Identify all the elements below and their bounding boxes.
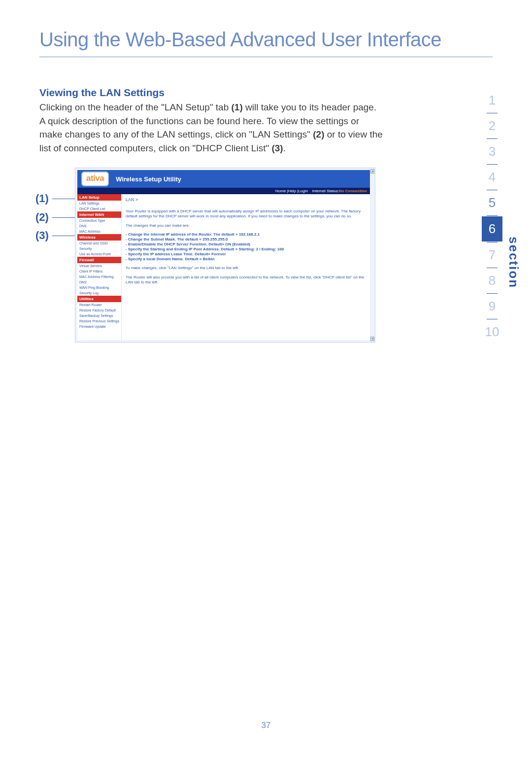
sidebar-item[interactable]: MAC Address Filtering bbox=[77, 274, 121, 279]
sidebar-item[interactable]: WAN Ping Blocking bbox=[77, 285, 121, 290]
body-seg-5: (3) bbox=[271, 143, 283, 153]
sidebar-item[interactable]: Restart Router bbox=[77, 302, 121, 308]
router-ui-frame: ▴ ▾ ativa Wireless Setup Utility Home |H… bbox=[75, 168, 375, 343]
sidebar-item[interactable]: Virtual Servers bbox=[77, 263, 121, 269]
section-nav-item[interactable]: 7 bbox=[482, 242, 502, 268]
section-nav-separator bbox=[487, 215, 498, 216]
sidebar-header[interactable]: Internet WAN bbox=[77, 211, 121, 218]
sidebar-header[interactable]: Utilities bbox=[77, 296, 121, 302]
section-nav-item[interactable]: 3 bbox=[482, 139, 502, 164]
section-nav-item[interactable]: 8 bbox=[482, 268, 502, 293]
status-value: No Connection bbox=[339, 189, 367, 193]
content-area: Viewing the LAN Settings Clicking on the… bbox=[0, 57, 532, 155]
router-utility-title: Wireless Setup Utility bbox=[116, 175, 181, 183]
settings-bullet: - Enable/Disable the DHCP Server Functio… bbox=[126, 242, 366, 247]
router-sidebar: LAN SetupLAN SettingsDHCP Client ListInt… bbox=[77, 194, 122, 340]
scroll-down-icon[interactable]: ▾ bbox=[370, 337, 374, 341]
sidebar-item[interactable]: Security Log bbox=[77, 290, 121, 296]
settings-bullet: - Specify a local Domain Name. Default =… bbox=[126, 257, 366, 262]
section-nav-item[interactable]: 4 bbox=[482, 165, 502, 190]
router-header: ativa Wireless Setup Utility bbox=[77, 170, 370, 188]
body-seg-6: . bbox=[283, 143, 286, 153]
sidebar-item[interactable]: Client IP Filters bbox=[77, 269, 121, 274]
settings-bullet: - Specify the Starting and Ending IP Poo… bbox=[126, 247, 366, 252]
sidebar-item[interactable]: Channel and SSID bbox=[77, 241, 121, 246]
main-p4: The Router will also provide you with a … bbox=[126, 275, 366, 285]
router-logo: ativa bbox=[81, 172, 109, 186]
section-nav-item[interactable]: 9 bbox=[482, 294, 502, 319]
body-seg-1: (1) bbox=[232, 102, 243, 112]
section-nav-item[interactable]: 2 bbox=[482, 113, 502, 138]
sidebar-header[interactable]: LAN Setup bbox=[77, 194, 121, 201]
settings-bullet: - Change the Internal IP address of the … bbox=[126, 232, 366, 237]
router-status-bar: Home |Help |Login Internet Status:No Con… bbox=[77, 188, 370, 194]
body-seg-3: (2) bbox=[313, 129, 324, 139]
settings-bullet: - Specify the IP address Lease Time. Def… bbox=[126, 252, 366, 257]
main-p1: Your Router is equipped with a DHCP serv… bbox=[126, 209, 366, 219]
sidebar-item[interactable]: MAC Address bbox=[77, 229, 121, 234]
settings-bullet: - Change the Subnet Mask. The default = … bbox=[126, 237, 366, 242]
main-p3: To make changes, click "LAN Settings" on… bbox=[126, 266, 366, 271]
main-p2: The changes that you can make are: bbox=[126, 223, 366, 228]
section-nav-item[interactable]: 1 bbox=[482, 88, 502, 113]
sidebar-item[interactable]: Restore Previous Settings bbox=[77, 318, 121, 324]
sidebar-item[interactable]: LAN Settings bbox=[77, 201, 121, 206]
sidebar-item[interactable]: Firmware Update bbox=[77, 324, 121, 329]
section-nav-item[interactable]: 5 bbox=[482, 190, 502, 215]
sidebar-item[interactable]: Save/Backup Settings bbox=[77, 313, 121, 318]
section-heading: Viewing the LAN Settings bbox=[39, 87, 493, 99]
section-label: section bbox=[506, 237, 521, 288]
sidebar-item[interactable]: DNS bbox=[77, 223, 121, 229]
status-links[interactable]: Home |Help |Login bbox=[275, 189, 308, 193]
status-label: Internet Status: bbox=[312, 189, 339, 193]
settings-bullets: - Change the Internal IP address of the … bbox=[126, 232, 366, 262]
section-nav-item[interactable]: 10 bbox=[482, 319, 502, 345]
router-inner: ativa Wireless Setup Utility Home |Help … bbox=[77, 170, 370, 340]
section-nav: 12345678910 bbox=[482, 88, 502, 345]
router-body: LAN SetupLAN SettingsDHCP Client ListInt… bbox=[77, 194, 370, 340]
scroll-up-icon[interactable]: ▴ bbox=[370, 169, 374, 173]
sidebar-item[interactable]: DMZ bbox=[77, 279, 121, 285]
sidebar-header[interactable]: Wireless bbox=[77, 234, 121, 241]
breadcrumb[interactable]: LAN > bbox=[126, 197, 366, 202]
page-title: Using the Web-Based Advanced User Interf… bbox=[0, 0, 532, 57]
sidebar-item[interactable]: Security bbox=[77, 246, 121, 251]
sidebar-item[interactable]: DHCP Client List bbox=[77, 206, 121, 211]
sidebar-header[interactable]: Firewall bbox=[77, 257, 121, 263]
sidebar-item[interactable]: Restore Factory Default bbox=[77, 308, 121, 313]
body-seg-0: Clicking on the header of the "LAN Setup… bbox=[39, 102, 232, 112]
router-main-pane: LAN > Your Router is equipped with a DHC… bbox=[122, 194, 370, 340]
sidebar-item[interactable]: Connection Type bbox=[77, 218, 121, 223]
section-nav-item[interactable]: 6 bbox=[482, 216, 502, 242]
sidebar-item[interactable]: Use as Access Point bbox=[77, 251, 121, 257]
page-number: 37 bbox=[0, 721, 532, 730]
body-paragraph: Clicking on the header of the "LAN Setup… bbox=[39, 101, 384, 155]
